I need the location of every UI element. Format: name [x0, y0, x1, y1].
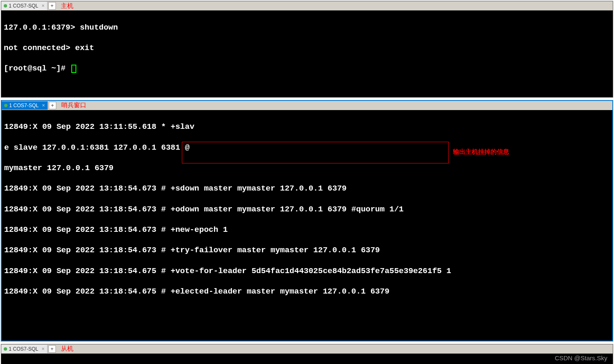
- term-line: 12849:X 09 Sep 2022 13:18:54.673 # +try-…: [4, 245, 610, 256]
- term-line: 12849:X 09 Sep 2022 13:18:54.673 # +odow…: [4, 204, 610, 215]
- term-line: e slave 127.0.0.1:6381 127.0.0.1 6381 @: [4, 143, 610, 153]
- term-line: not connected> exit: [4, 43, 610, 53]
- term-line: mymaster 127.0.0.1 6379: [4, 163, 610, 173]
- tab-label: 1 COS7-SQL: [9, 3, 38, 9]
- term-line: [root@sql ~]#: [4, 63, 610, 74]
- tab-bar: 1 COS7-SQL × + 从机: [1, 344, 613, 354]
- terminal-output[interactable]: repl_backlog_size:1048576 repl_backlog_f…: [1, 354, 613, 364]
- cursor-icon: [71, 65, 76, 73]
- close-icon[interactable]: ×: [42, 3, 45, 9]
- tab-cos7-sql[interactable]: 1 COS7-SQL ×: [1, 345, 48, 353]
- annotation-output: 输出主机挂掉的信息: [453, 148, 509, 156]
- term-line: 12849:X 09 Sep 2022 13:18:54.673 # +new-…: [4, 225, 610, 235]
- terminal-output[interactable]: 127.0.0.1:6379> shutdown not connected> …: [1, 10, 613, 97]
- term-line: 127.0.0.1:6379> shutdown: [4, 23, 610, 33]
- term-line: 12849:X 09 Sep 2022 13:11:55.618 * +slav: [4, 122, 610, 132]
- status-dot-icon: [4, 104, 8, 107]
- annotation-slave: 从机: [61, 345, 73, 353]
- status-dot-icon: [4, 347, 7, 351]
- terminal-panel-slave-1: 1 COS7-SQL × + 从机 repl_backlog_size:1048…: [1, 344, 613, 364]
- close-icon[interactable]: ×: [42, 103, 45, 108]
- annotation-master: 主机: [61, 2, 73, 10]
- term-line: 12849:X 09 Sep 2022 13:18:54.675 # +vote…: [4, 266, 610, 276]
- tab-label: 1 COS7-SQL: [9, 103, 39, 108]
- watermark: CSDN @Stars.Sky: [555, 354, 607, 361]
- terminal-panel-master: 1 COS7-SQL × + 主机 127.0.0.1:6379> shutdo…: [1, 1, 613, 98]
- terminal-output[interactable]: 12849:X 09 Sep 2022 13:11:55.618 * +slav…: [2, 110, 612, 341]
- tab-cos7-sql[interactable]: 1 COS7-SQL ×: [2, 101, 48, 110]
- add-tab-button[interactable]: +: [48, 345, 56, 353]
- add-tab-button[interactable]: +: [48, 2, 56, 10]
- status-dot-icon: [4, 4, 7, 8]
- add-tab-button[interactable]: +: [49, 102, 56, 109]
- tab-label: 1 COS7-SQL: [9, 346, 38, 352]
- tab-cos7-sql[interactable]: 1 COS7-SQL ×: [1, 2, 48, 10]
- terminal-panel-sentinel: 1 COS7-SQL × + 哨兵窗口 12849:X 09 Sep 2022 …: [1, 100, 613, 341]
- tab-bar: 1 COS7-SQL × + 主机: [1, 1, 613, 10]
- close-icon[interactable]: ×: [42, 346, 45, 352]
- tab-bar: 1 COS7-SQL × + 哨兵窗口: [2, 101, 612, 110]
- annotation-sentinel: 哨兵窗口: [61, 101, 86, 109]
- term-line: 12849:X 09 Sep 2022 13:18:54.675 # +elec…: [4, 286, 610, 297]
- term-line: 12849:X 09 Sep 2022 13:18:54.673 # +sdow…: [4, 183, 610, 194]
